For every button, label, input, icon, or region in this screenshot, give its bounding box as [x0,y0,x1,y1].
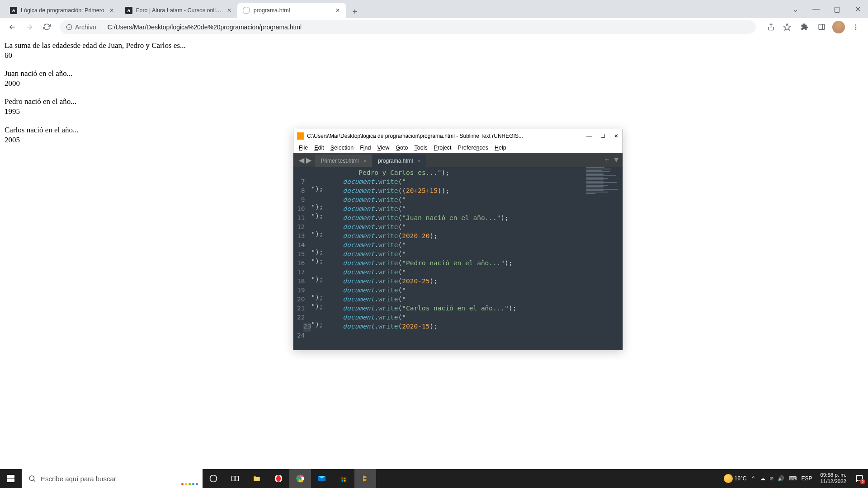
menu-selection[interactable]: Selection [328,144,356,151]
sublime-icon[interactable] [354,469,376,488]
kebab-menu-icon[interactable] [848,19,863,35]
tray-chevron-icon[interactable]: ⌃ [751,475,755,482]
file-tab-primer-test[interactable]: Primer test.html × [315,155,372,167]
svg-point-8 [855,28,857,30]
value-juan: 2000 [5,79,863,89]
windows-taskbar: Escribe aquí para buscar [0,469,868,488]
minimize-button[interactable]: — [586,133,592,139]
close-icon[interactable]: ✕ [334,7,341,14]
menu-file[interactable]: File [296,144,311,151]
line-numbers: 789101112131415161718192021222324 [293,167,311,350]
sublime-titlebar[interactable]: C:\Users\Mar\Desktop\logica de programac… [293,129,623,143]
code-text[interactable]: Pedro y Carlos es..."); document.write("… [311,167,623,350]
file-explorer-icon[interactable] [246,469,268,488]
taskbar-search[interactable]: Escribe aquí para buscar [22,469,203,488]
sublime-window[interactable]: C:\Users\Mar\Desktop\logica de programac… [293,129,623,350]
file-tab-programa[interactable]: programa.html × [373,155,426,167]
url-text: C:/Users/Mar/Desktop/logica%20de%20progr… [108,23,302,31]
svg-rect-12 [232,476,235,481]
svg-point-15 [276,475,281,482]
touchpad-icon[interactable]: ⎚ [770,475,773,482]
forward-button[interactable] [22,19,37,35]
tab-dropdown-icon[interactable]: ▼ [613,156,620,164]
notif-badge: 2 [860,479,865,484]
addr-separator [102,23,102,31]
clock[interactable]: 09:58 p. m. 11/12/2022 [816,472,850,485]
maximize-button[interactable]: ▢ [826,0,847,18]
opera-icon[interactable] [268,469,289,488]
profile-avatar[interactable] [831,19,846,35]
menu-edit[interactable]: Edit [311,144,327,151]
text-juan: Juan nació en el año... [5,69,863,79]
menu-find[interactable]: Find [357,144,373,151]
search-placeholder: Escribe aquí para buscar [41,475,116,483]
task-view-icon[interactable] [224,469,246,488]
microsoft-store-icon[interactable] [333,469,354,488]
svg-rect-21 [344,478,345,479]
maximize-button[interactable]: ☐ [600,133,605,139]
menu-goto[interactable]: Goto [393,144,410,151]
close-button[interactable]: ✕ [613,133,619,139]
tab-search-icon[interactable]: ⌄ [785,0,806,18]
chrome-icon[interactable] [289,469,311,488]
sublime-tabs: ◀ ▶ Primer test.html × programa.html × +… [293,153,623,167]
weather-widget[interactable]: 16°C [724,474,747,483]
close-icon[interactable]: × [363,158,367,164]
system-tray: 16°C ⌃ ☁ ⎚ 🔊 ⌨ ESP 09:58 p. m. 11/12/202… [720,469,868,488]
close-icon[interactable]: ✕ [226,7,233,14]
minimap[interactable] [583,167,623,350]
site-info-icon[interactable]: Archivo [66,23,96,31]
menu-project[interactable]: Project [431,144,454,151]
sidepanel-icon[interactable] [814,19,829,35]
text-sum: La suma de las edadesde edad de Juan, Pe… [5,41,863,51]
svg-rect-20 [342,478,343,479]
menu-help[interactable]: Help [492,144,509,151]
window-controls: ⌄ — ▢ ✕ [785,0,868,18]
menu-tools[interactable]: Tools [411,144,430,151]
value-sum: 60 [5,51,863,61]
tab-alura-1[interactable]: a Lógica de programación: Primero ✕ [5,3,120,18]
onedrive-icon[interactable]: ☁ [760,475,765,482]
menu-view[interactable]: View [374,144,392,151]
sublime-menubar[interactable]: File Edit Selection Find View Goto Tools… [293,143,623,153]
favicon-file-icon [243,7,250,14]
mail-icon[interactable] [311,469,333,488]
share-icon[interactable] [763,19,778,35]
tab-title: Lógica de programación: Primero [21,7,104,14]
notifications-icon[interactable]: 2 [854,474,864,483]
tab-nav-arrows[interactable]: ◀ ▶ [297,153,315,167]
keyboard-icon[interactable]: ⌨ [789,475,797,482]
tab-alura-2[interactable]: a Foro | Alura Latam - Cursos online ✕ [120,3,237,18]
editor-area[interactable]: 789101112131415161718192021222324 Pedro … [293,167,623,350]
search-icon [28,474,36,483]
tab-programa[interactable]: programa.html ✕ [237,3,346,18]
value-pedro: 1995 [5,107,863,117]
close-button[interactable]: ✕ [847,0,868,18]
new-tab-button[interactable]: + [605,156,609,164]
search-dots-decoration [181,483,198,485]
cortana-icon[interactable] [203,469,224,488]
tab-title: programa.html [254,7,330,14]
close-icon[interactable]: × [417,158,421,164]
address-bar[interactable]: Archivo C:/Users/Mar/Desktop/logica%20de… [60,20,756,34]
close-icon[interactable]: ✕ [108,7,115,14]
sublime-app-icon [297,132,304,140]
minimize-button[interactable]: — [806,0,826,18]
extensions-icon[interactable] [797,19,812,35]
svg-rect-24 [361,474,370,483]
back-button[interactable] [5,19,20,35]
text-pedro: Pedro nació en el año... [5,97,863,107]
start-button[interactable] [0,469,22,488]
time: 09:58 p. m. [820,472,846,479]
svg-marker-3 [784,23,791,30]
menu-preferences[interactable]: Preferences [455,144,491,151]
reload-button[interactable] [39,19,54,35]
tab-title: Foro | Alura Latam - Cursos online [136,7,222,14]
volume-icon[interactable]: 🔊 [778,475,784,482]
new-tab-button[interactable]: + [349,5,361,18]
bookmark-star-icon[interactable] [779,19,795,35]
svg-line-10 [33,480,35,481]
chrome-tab-strip: a Lógica de programación: Primero ✕ a Fo… [0,0,868,18]
language-indicator[interactable]: ESP [801,475,812,482]
svg-point-7 [855,26,857,28]
